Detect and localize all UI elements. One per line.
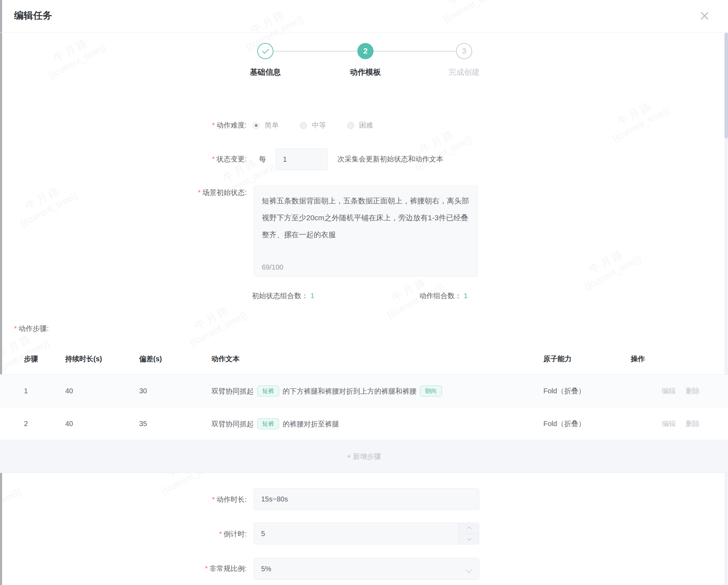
step-connector-2 [374, 51, 456, 52]
difficulty-option[interactable]: 中等 [300, 121, 326, 130]
action-text: 双臂协同抓起 [211, 420, 254, 428]
header-step: 步骤 [24, 354, 65, 364]
watermark: 牛月路{{current_time}} [181, 297, 249, 349]
table-row: 14030双臂协同抓起短裤的下方裤腿和裤腰对折到上方的裤腿和裤腰朝向Fold（折… [0, 375, 728, 407]
header-duration: 持续时长(s) [65, 354, 139, 364]
unusual-ratio-label: *非常规比例: [92, 564, 247, 573]
difficulty-option[interactable]: 困难 [347, 121, 373, 130]
action-steps-label: *动作步骤: [14, 324, 49, 333]
watermark: 牛月路{{current_time}} [0, 473, 23, 525]
action-combo-count: 动作组合数：1 [419, 291, 468, 301]
deviation-cell: 35 [139, 420, 211, 428]
required-mark: * [198, 189, 201, 196]
duration-input[interactable]: 15s~80s [254, 488, 479, 510]
countdown-label: *倒计时: [92, 529, 247, 539]
step-label-action-template: 动作模板 [327, 67, 404, 78]
radio-label: 困难 [359, 121, 373, 130]
garment-tag: 短裤 [257, 418, 279, 429]
ability-cell: Fold（折叠） [543, 386, 631, 396]
duration-cell: 40 [65, 387, 139, 395]
action-text-cell: 双臂协同抓起短裤的裤腰对折至裤腿 [211, 418, 543, 429]
radio-label: 简单 [265, 121, 279, 130]
dialog-title: 编辑任务 [14, 9, 52, 22]
unusual-ratio-select[interactable]: 5% [254, 558, 479, 580]
header-divider [0, 32, 728, 33]
watermark: 牛月路{{current_time}} [604, 92, 672, 144]
difficulty-label: *动作难度: [92, 121, 247, 130]
state-change-input[interactable] [276, 148, 328, 170]
watermark: 牛月路{{current_time}} [435, 0, 502, 25]
action-text-cell: 双臂协同抓起短裤的下方裤腿和裤腰对折到上方的裤腿和裤腰朝向 [211, 386, 543, 396]
spinner-down-button[interactable] [459, 534, 479, 544]
edit-task-dialog: 牛月路{{current_time}}牛月路{{current_time}}牛月… [0, 0, 728, 585]
required-mark: * [212, 155, 215, 163]
number-spinner [459, 523, 479, 544]
state-change-label: *状态变更: [92, 154, 247, 164]
initial-combo-count: 初始状态组合数：1 [252, 291, 314, 301]
action-text: 的下方裤腿和裤腰对折到上方的裤腿和裤腰 [283, 387, 417, 395]
action-combo-value: 1 [464, 292, 468, 300]
initial-combo-value: 1 [310, 292, 314, 300]
countdown-input[interactable]: 5 [254, 523, 479, 544]
edit-link[interactable]: 编辑 [662, 419, 676, 429]
scene-initial-label: *场景初始状态: [92, 188, 247, 197]
required-mark: * [219, 530, 222, 538]
table-body: 14030双臂协同抓起短裤的下方裤腿和裤腰对折到上方的裤腿和裤腰朝向Fold（折… [0, 375, 728, 440]
deviation-cell: 30 [139, 387, 211, 395]
watermark: 牛月路{{current_time}} [407, 121, 474, 173]
header-deviation: 偏差(s) [139, 354, 211, 364]
required-mark: * [205, 565, 208, 572]
ability-cell: Fold（折叠） [543, 419, 631, 429]
garment-tag: 短裤 [257, 386, 279, 396]
step-cell: 2 [24, 420, 65, 428]
add-step-button[interactable]: + 新增步骤 [0, 440, 728, 473]
required-mark: * [212, 121, 215, 129]
step-label-basic-info: 基础信息 [227, 67, 304, 78]
step-circle-done [257, 43, 273, 59]
difficulty-option[interactable]: 简单 [253, 121, 279, 130]
state-change-suffix: 次采集会更新初始状态和动作文本 [338, 154, 443, 164]
radio-circle [253, 122, 260, 129]
page-left-edge [0, 0, 2, 585]
action-steps-table: 步骤 持续时长(s) 偏差(s) 动作文本 原子能力 操作 14030双臂协同抓… [0, 344, 728, 473]
action-text: 双臂协同抓起 [211, 387, 254, 395]
radio-label: 中等 [312, 121, 326, 130]
scene-initial-textarea[interactable]: 短裤五条数据背面朝上，五条数据正面朝上，裤腰朝右，离头部视野下方至少20cm之外… [254, 186, 478, 277]
spinner-up-button[interactable] [459, 523, 479, 534]
close-icon[interactable] [699, 11, 710, 21]
header-operations: 操作 [631, 354, 728, 364]
char-counter: 69/100 [262, 263, 283, 271]
header-atomic-ability: 原子能力 [543, 354, 631, 364]
table-row: 24035双臂协同抓起短裤的裤腰对折至裤腿Fold（折叠）编辑删除 [0, 407, 728, 440]
duration-label: *动作时长: [92, 495, 247, 504]
step-connector-1 [273, 51, 357, 52]
difficulty-radio-group: 简单中等困难 [253, 121, 373, 130]
action-text: 的裤腰对折至裤腿 [283, 420, 339, 428]
table-header-row: 步骤 持续时长(s) 偏差(s) 动作文本 原子能力 操作 [0, 344, 728, 375]
state-change-prefix: 每 [259, 154, 266, 164]
radio-circle [347, 122, 354, 129]
operations-cell: 编辑删除 [662, 419, 728, 429]
delete-link[interactable]: 删除 [686, 386, 700, 396]
scene-initial-text: 短裤五条数据背面朝上，五条数据正面朝上，裤腰朝右，离头部视野下方至少20cm之外… [262, 192, 471, 243]
step-number: 2 [363, 47, 368, 56]
watermark: 牛月路{{current_time}} [40, 29, 108, 81]
step-number: 3 [462, 47, 466, 56]
duration-cell: 40 [65, 420, 139, 428]
watermark: 牛月路{{current_time}} [576, 240, 643, 292]
edit-link[interactable]: 编辑 [662, 386, 676, 396]
chevron-up-icon [467, 526, 471, 531]
chevron-down-icon [465, 566, 472, 573]
check-icon [262, 47, 269, 54]
chevron-down-icon [467, 536, 471, 541]
watermark: 牛月路{{current_time}} [12, 177, 80, 229]
required-mark: * [14, 325, 17, 332]
step-circle-pending: 3 [456, 43, 472, 59]
delete-link[interactable]: 删除 [686, 419, 700, 429]
step-label-finish-create: 完成创建 [425, 67, 503, 78]
operations-cell: 编辑删除 [662, 386, 728, 396]
watermark: 牛月路{{current_time}} [237, 1, 305, 53]
step-cell: 1 [24, 387, 65, 395]
required-mark: * [212, 495, 215, 503]
scrollbar-thumb[interactable] [724, 33, 728, 138]
